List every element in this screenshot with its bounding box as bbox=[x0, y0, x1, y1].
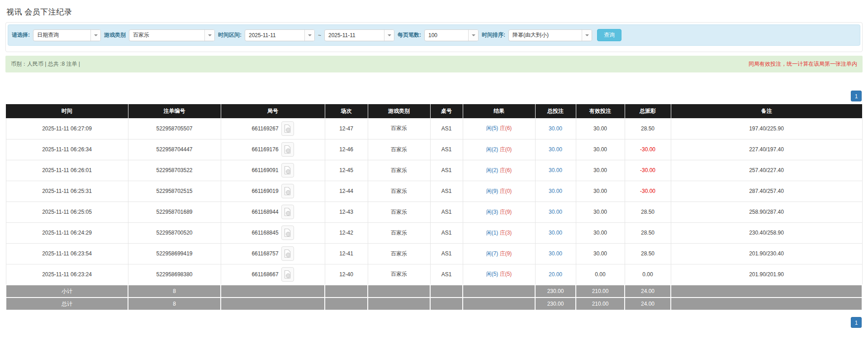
valid-bet-cell: 30.00 bbox=[576, 202, 625, 222]
date-range-separator: ~ bbox=[318, 32, 321, 38]
payout-cell: -30.00 bbox=[625, 181, 671, 202]
bet-id-cell: 522958698380 bbox=[128, 264, 221, 285]
note-cell: 201.90/201.90 bbox=[671, 264, 862, 285]
pagination-bottom: 1 bbox=[6, 317, 862, 328]
bet-id-cell: 522958701689 bbox=[128, 202, 221, 222]
valid-bet-cell: 30.00 bbox=[576, 222, 625, 243]
note-cell: 257.40/227.40 bbox=[671, 160, 862, 181]
summary-valid-bet: 210.00 bbox=[576, 285, 625, 298]
bet-id-cell: 522958705507 bbox=[128, 118, 221, 139]
total-bet-cell: 30.00 bbox=[535, 243, 576, 264]
time-cell: 2025-11-11 06:27:09 bbox=[6, 118, 128, 139]
summary-empty-cell bbox=[463, 285, 535, 298]
date-to-select[interactable]: 2025-11-11 bbox=[324, 29, 394, 41]
column-header: 游戏类别 bbox=[368, 104, 430, 118]
session-cell: 12-41 bbox=[325, 243, 368, 264]
page-button-1[interactable]: 1 bbox=[851, 317, 862, 328]
round-cell: 661169019 bbox=[221, 181, 325, 202]
session-cell: 12-43 bbox=[325, 202, 368, 222]
session-cell: 12-45 bbox=[325, 160, 368, 181]
round-cell: 661168667 bbox=[221, 264, 325, 285]
table-no-cell: AS1 bbox=[430, 118, 463, 139]
table-no-cell: AS1 bbox=[430, 222, 463, 243]
page-button-1[interactable]: 1 bbox=[851, 91, 862, 101]
film-icon bbox=[284, 145, 291, 154]
film-icon bbox=[284, 270, 291, 279]
filter-panel: 请选择: 日期查询 游戏类别 百家乐 时间区间: 2025-11-11 ~ 20… bbox=[5, 22, 863, 52]
summary-total-bet: 230.00 bbox=[535, 298, 576, 310]
game-cell: 百家乐 bbox=[368, 264, 430, 285]
date-from-value: 2025-11-11 bbox=[245, 30, 304, 41]
dropdown-arrow-icon[interactable] bbox=[304, 30, 314, 41]
table-row: 2025-11-11 06:24:29522958700520661168845… bbox=[6, 222, 862, 243]
video-record-button[interactable] bbox=[281, 184, 294, 198]
game-cell: 百家乐 bbox=[368, 181, 430, 202]
dropdown-arrow-icon[interactable] bbox=[468, 30, 478, 41]
summary-empty-cell bbox=[221, 298, 325, 310]
total-bet-cell: 30.00 bbox=[535, 118, 576, 139]
video-record-button[interactable] bbox=[281, 163, 294, 178]
summary-count: 8 bbox=[128, 298, 221, 310]
note-cell: 287.40/257.40 bbox=[671, 181, 862, 202]
video-record-button[interactable] bbox=[281, 246, 294, 261]
game-cell: 百家乐 bbox=[368, 202, 430, 222]
dropdown-arrow-icon[interactable] bbox=[204, 30, 214, 41]
summary-empty-cell bbox=[221, 285, 325, 298]
date-from-select[interactable]: 2025-11-11 bbox=[245, 29, 315, 41]
total-bet-link[interactable]: 30.00 bbox=[549, 146, 562, 153]
time-sort-select[interactable]: 降幂(由大到小) bbox=[508, 29, 592, 41]
column-header: 注单编号 bbox=[128, 104, 221, 118]
note-cell: 230.40/258.90 bbox=[671, 222, 862, 243]
dropdown-arrow-icon[interactable] bbox=[90, 30, 100, 41]
valid-bet-notice-text: 同局有效投注，统一计算在该局第一张注单内 bbox=[749, 60, 857, 68]
game-cell: 百家乐 bbox=[368, 243, 430, 264]
table-row: 2025-11-11 06:26:34522958704447661169176… bbox=[6, 139, 862, 160]
payout-cell: 0.00 bbox=[625, 264, 671, 285]
table-row: 2025-11-11 06:25:31522958702515661169019… bbox=[6, 181, 862, 202]
video-record-button[interactable] bbox=[281, 142, 294, 157]
result-player: 闲(2) bbox=[486, 167, 498, 173]
page-title: 视讯 会员下注纪录 bbox=[6, 7, 862, 17]
table-row: 2025-11-11 06:27:09522958705507661169267… bbox=[6, 118, 862, 139]
dropdown-arrow-icon[interactable] bbox=[582, 30, 592, 41]
search-button[interactable]: 查询 bbox=[597, 29, 621, 41]
column-header: 结果 bbox=[463, 104, 535, 118]
round-cell: 661168845 bbox=[221, 222, 325, 243]
total-bet-link[interactable]: 30.00 bbox=[549, 230, 562, 236]
video-record-button[interactable] bbox=[281, 205, 294, 219]
note-cell: 197.40/225.90 bbox=[671, 118, 862, 139]
total-bet-link[interactable]: 30.00 bbox=[549, 250, 562, 257]
summary-empty-cell bbox=[671, 285, 862, 298]
video-record-button[interactable] bbox=[281, 121, 294, 136]
game-cell: 百家乐 bbox=[368, 222, 430, 243]
payout-cell: 28.50 bbox=[625, 202, 671, 222]
query-type-select[interactable]: 日期查询 bbox=[33, 29, 101, 41]
total-bet-link[interactable]: 30.00 bbox=[549, 188, 562, 194]
result-banker: 庄(6) bbox=[500, 125, 512, 131]
summary-total-bet: 230.00 bbox=[535, 285, 576, 298]
time-sort-value: 降幂(由大到小) bbox=[509, 30, 582, 41]
total-bet-link[interactable]: 30.00 bbox=[549, 167, 562, 173]
result-banker: 庄(9) bbox=[500, 250, 512, 257]
summary-empty-cell bbox=[671, 298, 862, 310]
total-bet-link[interactable]: 30.00 bbox=[549, 209, 562, 215]
valid-bet-cell: 30.00 bbox=[576, 181, 625, 202]
summary-label: 小计 bbox=[6, 285, 128, 298]
summary-payout: 24.00 bbox=[625, 285, 671, 298]
game-category-select[interactable]: 百家乐 bbox=[129, 29, 215, 41]
total-bet-cell: 20.00 bbox=[535, 264, 576, 285]
session-cell: 12-44 bbox=[325, 181, 368, 202]
total-bet-link[interactable]: 30.00 bbox=[549, 125, 562, 132]
video-record-button[interactable] bbox=[281, 226, 294, 240]
pagination-top: 1 bbox=[6, 91, 862, 101]
payout-cell: -30.00 bbox=[625, 139, 671, 160]
dropdown-arrow-icon[interactable] bbox=[384, 30, 394, 41]
total-bet-link[interactable]: 20.00 bbox=[549, 271, 562, 278]
game-category-value: 百家乐 bbox=[129, 30, 204, 41]
round-cell: 661169176 bbox=[221, 139, 325, 160]
payout-cell: 28.50 bbox=[625, 118, 671, 139]
result-player: 闲(5) bbox=[486, 271, 498, 277]
page-size-select[interactable]: 100 bbox=[424, 29, 479, 41]
video-record-button[interactable] bbox=[281, 267, 294, 282]
column-header: 有效投注 bbox=[576, 104, 625, 118]
